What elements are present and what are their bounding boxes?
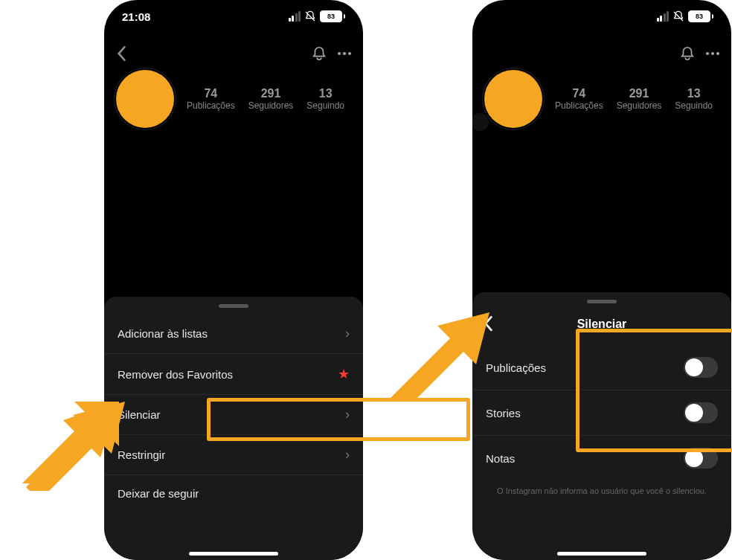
battery-icon: 83 <box>320 10 345 22</box>
nav-bar <box>104 39 363 68</box>
menu-unfollow[interactable]: Deixar de seguir <box>104 475 363 512</box>
toggle-notes[interactable] <box>684 448 718 469</box>
stat-following[interactable]: 13 Seguindo <box>306 87 344 111</box>
toggle-label: Notas <box>486 452 515 465</box>
stat-posts[interactable]: 74 Publicações <box>555 87 603 111</box>
chevron-right-icon: › <box>345 447 350 463</box>
home-indicator[interactable] <box>189 552 278 556</box>
menu-item-label: Restringir <box>118 448 165 461</box>
stat-posts[interactable]: 74 Publicações <box>187 87 235 111</box>
star-icon: ★ <box>338 366 350 382</box>
avatar[interactable] <box>116 70 174 128</box>
notification-bell-icon[interactable] <box>679 45 696 62</box>
sheet-title: Silenciar <box>577 318 627 331</box>
sheet-grabber[interactable] <box>219 304 248 308</box>
silent-bell-icon <box>672 10 684 22</box>
toggle-stories[interactable] <box>684 402 718 423</box>
menu-item-label: Deixar de seguir <box>118 487 199 500</box>
sheet-grabber[interactable] <box>587 300 617 303</box>
signal-icon <box>289 11 301 22</box>
home-indicator[interactable] <box>557 552 646 556</box>
chevron-right-icon: › <box>345 407 350 422</box>
status-bar: 83 <box>472 0 731 33</box>
back-chevron-icon[interactable] <box>116 45 126 62</box>
toggle-row-stories: Stories <box>472 390 731 436</box>
stat-followers[interactable]: 291 Seguidores <box>617 87 662 111</box>
signal-icon <box>657 11 670 22</box>
stat-following-label: Seguindo <box>306 100 344 111</box>
toggle-label: Publicações <box>486 361 546 374</box>
stat-following-label: Seguindo <box>675 100 713 111</box>
action-sheet: Adicionar às listas › Remover dos Favori… <box>104 297 363 560</box>
avatar[interactable] <box>484 70 542 128</box>
phone-screenshot-left: 21:08 83 74 <box>104 0 363 560</box>
more-options-icon[interactable] <box>706 52 719 55</box>
stat-followers-label: Seguidores <box>617 100 662 111</box>
status-bar: 21:08 83 <box>104 0 363 33</box>
menu-item-label: Remover dos Favoritos <box>118 368 233 381</box>
stat-following[interactable]: 13 Seguindo <box>675 87 713 111</box>
notification-bell-icon[interactable] <box>311 45 327 62</box>
toggle-posts[interactable] <box>684 357 718 378</box>
menu-item-label: Silenciar <box>118 408 161 421</box>
menu-silence[interactable]: Silenciar › <box>104 395 363 435</box>
menu-item-label: Adicionar às listas <box>118 327 208 340</box>
profile-header: 74 Publicações 291 Seguidores 13 Seguind… <box>472 70 731 128</box>
profile-header: 74 Publicações 291 Seguidores 13 Seguind… <box>104 70 363 128</box>
menu-remove-favorites[interactable]: Remover dos Favoritos ★ <box>104 354 363 395</box>
sheet-back-chevron-icon[interactable] <box>483 315 493 332</box>
sheet-footnote: O Instagram não informa ao usuário que v… <box>472 480 731 495</box>
toggle-label: Stories <box>486 407 521 419</box>
stat-posts-label: Publicações <box>187 100 235 111</box>
silence-sheet: Silenciar Publicações Stories Notas O In… <box>472 292 731 560</box>
chevron-right-icon: › <box>345 326 350 341</box>
menu-restrict[interactable]: Restringir › <box>104 435 363 475</box>
status-time: 21:08 <box>122 10 150 23</box>
menu-add-to-lists[interactable]: Adicionar às listas › <box>104 314 363 354</box>
stat-followers[interactable]: 291 Seguidores <box>248 87 294 111</box>
stat-posts-label: Publicações <box>555 100 603 111</box>
toggle-row-notes: Notas <box>472 436 731 480</box>
stat-followers-label: Seguidores <box>248 100 294 111</box>
nav-bar <box>472 39 731 68</box>
phone-screenshot-right: 83 74 Publicações 291 Seguidore <box>472 0 731 560</box>
toggle-row-posts: Publicações <box>472 345 731 390</box>
silent-bell-icon <box>304 10 316 22</box>
more-options-icon[interactable] <box>338 52 351 55</box>
battery-icon: 83 <box>688 10 713 22</box>
